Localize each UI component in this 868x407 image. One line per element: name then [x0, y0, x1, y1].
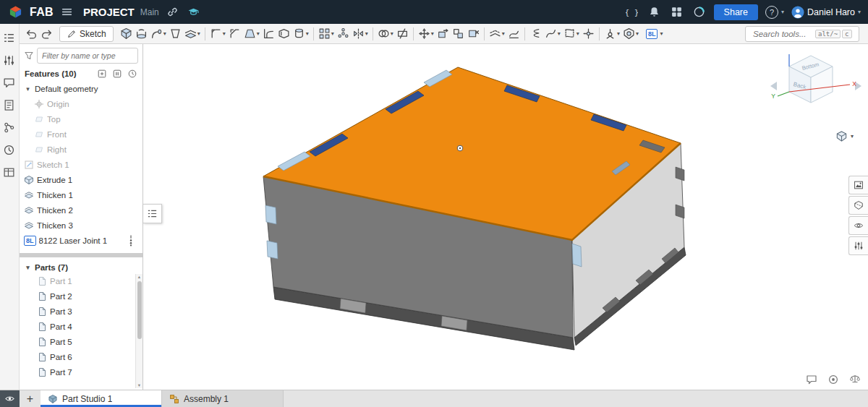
- main-menu-button[interactable]: [59, 4, 75, 20]
- presence-button[interactable]: [827, 374, 839, 385]
- chevron-down-icon[interactable]: ▾: [24, 85, 32, 93]
- view-cube[interactable]: Bottom Back X Y: [768, 48, 864, 129]
- viewport-comments-button[interactable]: [806, 374, 817, 385]
- parts-scrollbar[interactable]: ▴ ▾: [135, 274, 142, 388]
- rollback-bar[interactable]: [20, 253, 142, 257]
- loft-tool-button[interactable]: [168, 25, 183, 43]
- named-views-button[interactable]: [848, 216, 868, 235]
- helix-tool-button[interactable]: [528, 25, 543, 43]
- copy-link-button[interactable]: [165, 4, 180, 20]
- hole-tool-button[interactable]: ▾: [292, 25, 310, 43]
- thicken-tool-button[interactable]: ▾: [183, 25, 202, 43]
- learning-center-icon[interactable]: [692, 4, 707, 20]
- spline-tool-button[interactable]: ▾: [543, 25, 562, 43]
- document-title[interactable]: PROJECT: [83, 6, 135, 18]
- appearance-panel-button[interactable]: [848, 176, 868, 194]
- document-tab-part-studio-1[interactable]: Part Studio 1: [41, 390, 162, 407]
- sweep-tool-button[interactable]: ▾: [149, 25, 168, 43]
- part-item-part-4[interactable]: Part 4: [20, 319, 142, 334]
- comments-panel-button[interactable]: [2, 76, 17, 91]
- undo-button[interactable]: [24, 25, 39, 43]
- linear-pattern-tool-button[interactable]: ▾: [317, 25, 336, 43]
- shell-tool-button[interactable]: [276, 25, 292, 43]
- help-menu-button[interactable]: ? ▾: [765, 6, 784, 19]
- scrollbar-thumb[interactable]: [137, 281, 142, 339]
- feature-item-front[interactable]: Front: [20, 127, 142, 142]
- extrude-tool-button[interactable]: [119, 25, 134, 43]
- feature-item-thicken-1[interactable]: Thicken 1: [20, 187, 142, 202]
- rollback-end-button[interactable]: [127, 69, 137, 79]
- chamfer-tool-button[interactable]: [227, 25, 242, 43]
- notes-panel-button[interactable]: [2, 98, 17, 113]
- part-item-part-6[interactable]: Part 6: [20, 349, 142, 364]
- featurescript-icon[interactable]: { }: [624, 4, 639, 20]
- scroll-down-arrow[interactable]: ▾: [138, 382, 140, 388]
- tab-manager-button[interactable]: [0, 390, 20, 407]
- app-logo-icon[interactable]: [7, 4, 24, 20]
- move-face-tool-button[interactable]: [435, 25, 451, 43]
- user-menu-button[interactable]: Daniel Haro ▾: [791, 6, 861, 19]
- feature-item-thicken-3[interactable]: Thicken 3: [20, 218, 142, 233]
- mirror-tool-button[interactable]: ▾: [351, 25, 370, 43]
- rotate-left-arrow[interactable]: [770, 82, 777, 90]
- feature-filter-input[interactable]: [37, 48, 138, 64]
- feature-item-8122-laser-joint-1[interactable]: 8L8122 Laser Joint 1: [20, 233, 142, 248]
- parts-header-row[interactable]: ▾ Parts (7): [20, 262, 142, 273]
- app-logo-text[interactable]: FAB: [30, 6, 54, 19]
- point-tool-button[interactable]: [581, 25, 596, 43]
- configurations-panel-button[interactable]: [848, 236, 868, 255]
- 3d-viewport[interactable]: Bottom Back X Y ▾: [143, 44, 868, 390]
- insert-feature-button[interactable]: [97, 69, 107, 79]
- panel-flyout-handle[interactable]: [143, 204, 162, 223]
- replace-face-tool-button[interactable]: [451, 25, 466, 43]
- share-button[interactable]: Share: [714, 4, 758, 20]
- draft-tool-button[interactable]: ▾: [242, 25, 261, 43]
- add-tab-button[interactable]: +: [20, 390, 41, 407]
- suspend-rebuild-button[interactable]: [112, 69, 122, 79]
- offset-surface-tool-button[interactable]: ▾: [488, 25, 506, 43]
- delete-face-tool-button[interactable]: [466, 25, 481, 43]
- feature-item-default-geometry[interactable]: ▾Default geometry: [20, 81, 142, 96]
- top-face-origin-dot[interactable]: [457, 145, 463, 151]
- feature-item-extrude-1[interactable]: Extrude 1: [20, 172, 142, 187]
- part-item-part-7[interactable]: Part 7: [20, 364, 142, 380]
- workspace-name[interactable]: Main: [140, 7, 159, 17]
- rollback-handle[interactable]: [128, 234, 134, 247]
- circular-pattern-tool-button[interactable]: [336, 25, 351, 43]
- rib-tool-button[interactable]: [261, 25, 276, 43]
- part-item-part-2[interactable]: Part 2: [20, 288, 142, 304]
- view-options-button[interactable]: ▾: [831, 129, 858, 143]
- laser-cut-box-model[interactable]: [263, 67, 686, 350]
- configurations-button[interactable]: [2, 53, 17, 69]
- revolve-tool-button[interactable]: [134, 25, 149, 43]
- part-item-part-1[interactable]: Part 1: [20, 273, 142, 288]
- versions-button[interactable]: [2, 121, 17, 136]
- tables-panel-button[interactable]: [2, 166, 17, 181]
- feature-item-thicken-2[interactable]: Thicken 2: [20, 202, 142, 218]
- notifications-icon[interactable]: [647, 4, 662, 20]
- split-tool-button[interactable]: [395, 25, 410, 43]
- part-item-part-5[interactable]: Part 5: [20, 334, 142, 349]
- tool-search-input[interactable]: [752, 29, 814, 39]
- section-view-button[interactable]: [848, 196, 868, 215]
- sketch-tool-button[interactable]: Sketch: [59, 26, 114, 42]
- learning-button[interactable]: [186, 4, 201, 20]
- units-measure-button[interactable]: [849, 374, 861, 385]
- transform-tool-button[interactable]: ▾: [417, 25, 435, 43]
- mate-connector-tool-button[interactable]: ▾: [603, 25, 621, 43]
- custom-features-button[interactable]: 8L ▾: [644, 27, 665, 40]
- fill-surface-tool-button[interactable]: [506, 25, 522, 43]
- app-store-icon[interactable]: [669, 4, 684, 20]
- redo-button[interactable]: [39, 25, 54, 43]
- feature-item-sketch-1[interactable]: Sketch 1: [20, 157, 142, 172]
- boolean-tool-button[interactable]: ▾: [376, 25, 395, 43]
- feature-item-origin[interactable]: Origin: [20, 96, 142, 111]
- chevron-down-icon[interactable]: ▾: [24, 264, 32, 271]
- feature-item-right[interactable]: Right: [20, 142, 142, 157]
- fillet-tool-button[interactable]: ▾: [208, 25, 227, 43]
- document-tab-assembly-1[interactable]: Assembly 1: [162, 390, 284, 407]
- projected-curve-tool-button[interactable]: ▾: [562, 25, 581, 43]
- part-item-part-3[interactable]: Part 3: [20, 304, 142, 319]
- scroll-up-arrow[interactable]: ▴: [138, 274, 140, 280]
- feature-list-toggle[interactable]: [2, 31, 17, 46]
